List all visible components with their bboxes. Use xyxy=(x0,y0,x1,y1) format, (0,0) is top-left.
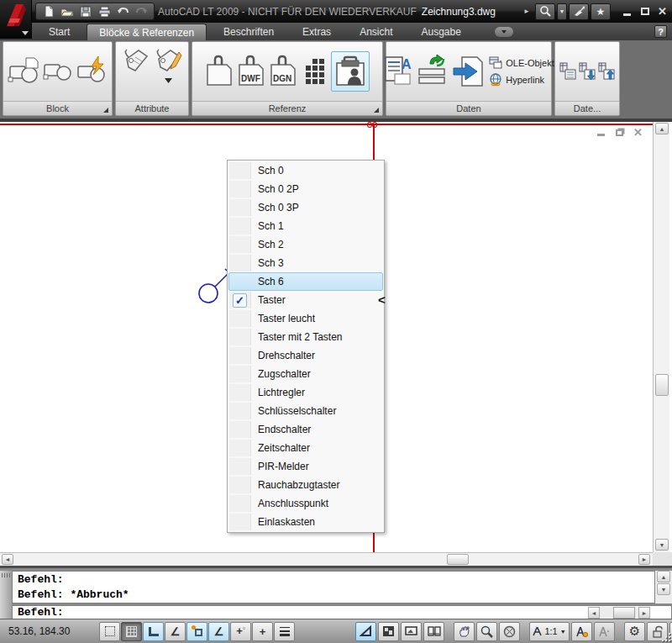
upload-data-link-button[interactable] xyxy=(598,62,615,81)
pan-button[interactable] xyxy=(454,622,475,641)
toggle-lwt[interactable] xyxy=(274,622,295,641)
export-data-button[interactable] xyxy=(452,54,484,89)
edit-attribute-button[interactable] xyxy=(154,47,182,76)
scroll-right-button[interactable]: ► xyxy=(638,554,650,565)
panel-block-label[interactable]: Block xyxy=(3,101,112,115)
command-history[interactable]: Befehl: Befehl: *Abbruch* xyxy=(12,571,655,603)
attribute-dropdown-icon[interactable] xyxy=(165,78,172,83)
attach-dgn-button[interactable]: DGN xyxy=(269,55,297,88)
panel-daten-label[interactable]: Daten xyxy=(386,101,551,115)
attach-dwf-button[interactable]: DWF xyxy=(237,55,265,88)
insert-block-button[interactable] xyxy=(8,53,39,90)
communication-center-button[interactable] xyxy=(569,3,589,20)
horizontal-scroll-thumb[interactable] xyxy=(447,554,469,565)
open-file-button[interactable] xyxy=(60,4,75,18)
update-fields-button[interactable] xyxy=(417,54,449,89)
data-link-button[interactable] xyxy=(559,62,576,81)
menu-item[interactable]: Zeitschalter xyxy=(228,439,383,457)
sheet-set-button[interactable] xyxy=(423,622,444,641)
annotation-visibility-button[interactable] xyxy=(571,622,592,641)
ole-object-button[interactable]: OLE-Objekt xyxy=(489,56,554,69)
toggle-dyn[interactable]: + xyxy=(252,622,273,641)
tab-start[interactable]: Start xyxy=(37,24,81,40)
zoom-button[interactable] xyxy=(476,622,497,641)
steering-wheel-button[interactable] xyxy=(499,622,520,641)
minimize-button[interactable] xyxy=(619,4,635,19)
menu-item[interactable]: Lichtregler xyxy=(228,383,383,402)
application-menu-button[interactable] xyxy=(0,0,32,39)
resize-grip[interactable] xyxy=(662,633,670,641)
tab-ansicht[interactable]: Ansicht xyxy=(348,24,404,40)
panel-attribute-label[interactable]: Attribute xyxy=(116,101,188,115)
new-file-button[interactable] xyxy=(41,4,56,18)
menu-item[interactable]: Sch 2 xyxy=(228,235,383,254)
ribbon-minimize-button[interactable] xyxy=(495,27,513,37)
panel-referenz-label[interactable]: Referenz xyxy=(192,101,382,115)
menu-item[interactable]: ✓Taster xyxy=(228,291,383,309)
construction-line-horizontal[interactable] xyxy=(0,124,653,125)
tab-blöcke-referenzen[interactable]: Blöcke & Referenzen xyxy=(87,24,207,40)
toggle-ortho[interactable] xyxy=(143,622,164,641)
command-scroll-down-button[interactable]: ▼ xyxy=(657,583,670,595)
search-button[interactable] xyxy=(535,3,555,20)
menu-item[interactable]: Sch 6 xyxy=(228,272,383,291)
print-button[interactable] xyxy=(97,4,112,18)
toggle-polar[interactable]: ∠ xyxy=(165,622,186,641)
annotation-scale-button[interactable]: 1:1 ▼ xyxy=(529,622,570,641)
auto-annotation-button[interactable] xyxy=(594,622,615,641)
close-button[interactable]: ✕ xyxy=(654,4,670,19)
doc-minimize-button[interactable] xyxy=(595,127,607,138)
help-button[interactable]: ? xyxy=(654,25,667,38)
doc-restore-button[interactable] xyxy=(613,127,626,138)
model-button[interactable] xyxy=(355,622,376,641)
toggle-ducs[interactable]: + xyxy=(230,622,251,641)
search-dropdown-button[interactable]: ▼ xyxy=(557,3,567,20)
redo-button[interactable] xyxy=(134,4,149,18)
toggle-snap[interactable] xyxy=(99,622,120,641)
menu-item[interactable]: Taster leucht xyxy=(228,309,383,328)
toolbar-overflow-icon[interactable]: ► xyxy=(523,8,530,15)
menu-item[interactable]: Endschalter xyxy=(228,420,383,439)
undo-button[interactable] xyxy=(115,4,130,18)
download-data-link-button[interactable] xyxy=(579,62,596,81)
define-attribute-button[interactable] xyxy=(122,47,150,76)
scroll-left-button[interactable]: ◄ xyxy=(2,554,13,565)
cmd-scroll-right-button[interactable]: ► xyxy=(638,607,650,619)
field-button[interactable]: A xyxy=(383,54,413,89)
maximize-button[interactable] xyxy=(637,4,653,19)
menu-item[interactable]: PIR-Melder xyxy=(228,457,383,476)
workspace-switching-button[interactable]: ⚙ xyxy=(624,622,645,641)
menu-item[interactable]: Rauchabzugtaster xyxy=(228,476,383,494)
drawing-area[interactable]: ✕ Sch 0Sch 0 2PSch 0 3PSch 1Sch 2Sch 3Sc… xyxy=(0,122,672,566)
command-scrollbar[interactable]: ▲ ▼ xyxy=(655,571,672,603)
coordinates-display[interactable]: 53.16, 184.30 xyxy=(8,625,70,637)
tab-extras[interactable]: Extras xyxy=(291,24,343,40)
menu-item[interactable]: Taster mit 2 Tasten xyxy=(228,328,383,346)
favorites-button[interactable]: ★ xyxy=(591,3,611,20)
hyperlink-button[interactable]: Hyperlink xyxy=(489,73,554,87)
command-horizontal-scrollbar[interactable]: ◄ ► xyxy=(588,607,650,619)
scroll-down-button[interactable]: ▼ xyxy=(655,539,669,551)
command-scroll-up-button[interactable]: ▲ xyxy=(657,571,670,582)
menu-item[interactable]: Anschlusspunkt xyxy=(228,494,383,513)
menu-item[interactable]: Sch 1 xyxy=(228,217,383,235)
quick-view-drawings-button[interactable] xyxy=(401,622,422,641)
scroll-up-button[interactable]: ▲ xyxy=(655,123,669,134)
clip-table-button[interactable] xyxy=(301,57,328,86)
menu-item[interactable]: Zugschalter xyxy=(228,365,383,383)
cmd-scroll-thumb[interactable] xyxy=(613,607,635,619)
horizontal-scrollbar[interactable]: ◄ ► xyxy=(0,552,653,566)
menu-item[interactable]: Sch 0 2P xyxy=(228,180,383,198)
save-button[interactable] xyxy=(78,4,93,18)
attach-xref-button[interactable] xyxy=(205,55,234,88)
menu-item[interactable]: Schlüsselschalter xyxy=(228,402,383,420)
doc-close-button[interactable]: ✕ xyxy=(632,127,644,138)
menu-item[interactable]: Drehschalter xyxy=(228,346,383,365)
menu-item[interactable]: Sch 3 xyxy=(228,254,383,272)
dynamic-block-button[interactable] xyxy=(76,53,108,90)
toggle-otrack[interactable]: ∠ xyxy=(208,622,229,641)
vertical-scrollbar[interactable]: ▲ ▼ xyxy=(653,122,669,552)
create-block-button[interactable] xyxy=(43,53,73,90)
tab-beschriften[interactable]: Beschriften xyxy=(212,24,286,40)
quick-view-layouts-button[interactable] xyxy=(378,622,399,641)
